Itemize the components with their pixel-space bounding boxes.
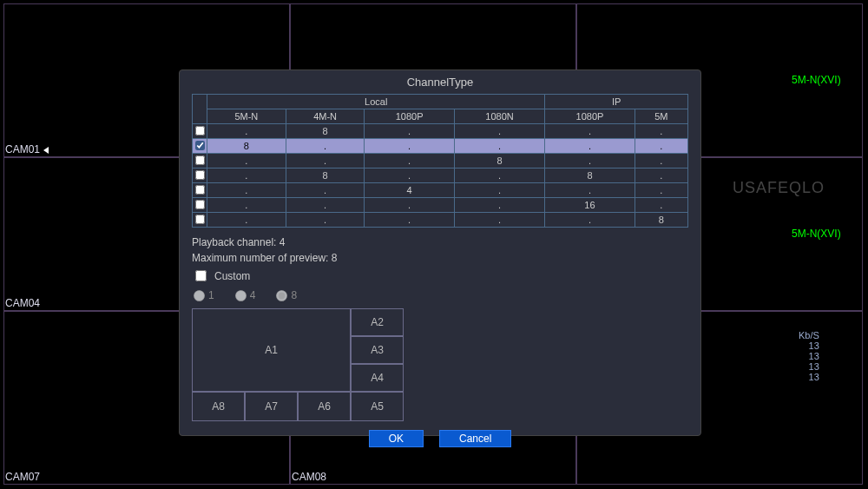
camera-label: CAM07 [5, 471, 40, 483]
col-header: 1080N [454, 109, 545, 124]
bandwidth-value: 13 [799, 361, 819, 372]
table-cell: . [635, 154, 687, 169]
table-cell: . [365, 124, 454, 139]
camera-label: CAM01 [5, 143, 49, 155]
row-checkbox[interactable] [195, 155, 205, 165]
table-cell: . [207, 169, 286, 183]
row-checkbox[interactable] [195, 170, 205, 180]
row-checkbox[interactable] [195, 200, 205, 209]
playback-channel-label: Playback channel: 4 [192, 235, 688, 250]
table-cell: 4 [365, 183, 454, 198]
table-cell: . [207, 213, 286, 228]
camera-label: CAM04 [5, 297, 40, 309]
col-header: 5M-N [207, 109, 286, 124]
table-row[interactable]: ..4... [193, 183, 688, 198]
row-checkbox[interactable] [195, 126, 205, 135]
table-cell: . [207, 124, 286, 139]
layout-cell-a7[interactable]: A7 [245, 392, 298, 421]
table-cell: . [545, 154, 635, 169]
group-header-local: Local [207, 95, 545, 109]
layout-cell-a5[interactable]: A5 [351, 392, 404, 421]
table-row[interactable]: .8.... [193, 124, 688, 139]
col-header: 1080P [545, 109, 635, 124]
table-cell: 16 [545, 198, 635, 213]
bandwidth-value: 13 [799, 351, 819, 361]
layout-cell-a8[interactable]: A8 [192, 392, 245, 421]
table-row[interactable]: ....16. [193, 198, 688, 213]
table-cell: . [635, 139, 687, 154]
max-preview-label: Maximum number of preview: 8 [192, 250, 688, 266]
radio-option[interactable]: 1 [194, 287, 214, 303]
table-row[interactable]: 8..... [193, 139, 688, 154]
col-header: 1080P [365, 109, 454, 124]
preview-layout: A1 A2 A3 A4 A5 A6 A7 A8 [192, 308, 404, 421]
col-header: 5M [635, 109, 687, 124]
watermark-text: USAFEQLO [733, 179, 825, 197]
table-cell: . [365, 198, 454, 213]
bandwidth-header: Kb/S [799, 330, 819, 340]
table-cell: . [365, 213, 454, 228]
table-cell: . [286, 213, 365, 228]
table-cell: . [286, 198, 365, 213]
row-checkbox[interactable] [195, 185, 205, 195]
bandwidth-value: 13 [799, 372, 819, 382]
table-cell: . [545, 183, 635, 198]
resolution-label: 5M-N(XVI) [792, 74, 841, 86]
table-cell: . [365, 154, 454, 169]
layout-cell-a3[interactable]: A3 [351, 336, 404, 364]
table-cell: . [454, 124, 545, 139]
resolution-label: 5M-N(XVI) [792, 228, 841, 240]
table-cell: . [207, 183, 286, 198]
table-row[interactable]: ...8.. [193, 154, 688, 169]
ok-button[interactable]: OK [369, 430, 424, 447]
custom-checkbox[interactable] [195, 270, 207, 281]
layout-cell-a4[interactable]: A4 [351, 364, 404, 392]
table-cell: . [454, 198, 545, 213]
table-cell: . [286, 183, 365, 198]
channel-type-dialog: ChannelType Local IP 5M-N 4M-N 1080P 108… [179, 69, 701, 436]
row-checkbox[interactable] [195, 141, 205, 150]
table-cell: 8 [207, 139, 286, 154]
preview-count-radios: 148 [194, 287, 688, 303]
radio-option[interactable]: 4 [235, 287, 256, 303]
cancel-button[interactable]: Cancel [439, 430, 511, 447]
table-cell: . [545, 139, 635, 154]
table-cell: . [454, 213, 545, 228]
table-cell: 8 [286, 124, 365, 139]
table-cell: . [207, 198, 286, 213]
custom-label: Custom [214, 268, 250, 284]
layout-cell-a1[interactable]: A1 [192, 308, 351, 392]
table-cell: 8 [635, 213, 687, 228]
table-cell: 8 [286, 169, 365, 183]
row-checkbox[interactable] [195, 215, 205, 224]
layout-cell-a2[interactable]: A2 [351, 308, 404, 336]
layout-cell-a6[interactable]: A6 [298, 392, 351, 421]
table-cell: . [365, 139, 454, 154]
radio-option[interactable]: 8 [276, 287, 297, 303]
table-cell: . [635, 169, 687, 183]
table-cell: . [454, 169, 545, 183]
table-cell: . [286, 154, 365, 169]
table-cell: 8 [454, 154, 545, 169]
col-header: 4M-N [286, 109, 365, 124]
table-cell: . [635, 124, 687, 139]
dialog-title: ChannelType [180, 70, 700, 94]
group-header-ip: IP [545, 95, 688, 109]
speaker-icon [43, 147, 49, 154]
camera-label: CAM08 [292, 471, 326, 483]
table-row[interactable]: .8..8. [193, 169, 688, 183]
table-cell: . [365, 169, 454, 183]
table-cell: . [454, 139, 545, 154]
table-cell: . [207, 154, 286, 169]
bandwidth-value: 13 [799, 340, 819, 351]
table-cell: . [635, 198, 687, 213]
table-row[interactable]: .....8 [193, 213, 688, 228]
table-cell: . [635, 183, 687, 198]
bandwidth-panel: Kb/S 13 13 13 13 [799, 330, 819, 382]
table-cell: . [454, 183, 545, 198]
table-cell: 8 [545, 169, 635, 183]
channel-type-table: Local IP 5M-N 4M-N 1080P 1080N 1080P 5M … [192, 94, 688, 228]
table-cell: . [545, 124, 635, 139]
table-cell: . [286, 139, 365, 154]
table-cell: . [545, 213, 635, 228]
